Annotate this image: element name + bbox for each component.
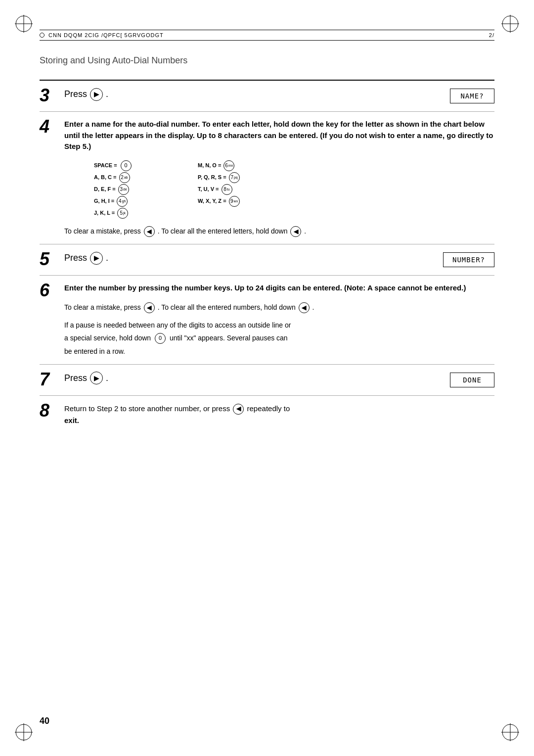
step6-pause1: If a pause is needed between any of the … bbox=[64, 320, 494, 331]
right-arrow-icon: ▶ bbox=[90, 88, 103, 101]
chart-abc: A, B, C = 2ab bbox=[94, 172, 193, 183]
left-arrow-icon-6a: ◀ bbox=[144, 302, 155, 313]
key-2: 2ab bbox=[119, 172, 130, 183]
step4-content: Enter a name for the auto-dial number. T… bbox=[64, 119, 494, 237]
step8-text3: exit. bbox=[64, 416, 79, 425]
chart-empty bbox=[198, 208, 297, 219]
step3-content: Press ▶ . bbox=[64, 88, 494, 101]
step6-pause-text3: until "xx" appears. Several pauses can bbox=[170, 334, 288, 342]
step6-section: 6 Enter the number by pressing the numbe… bbox=[40, 275, 494, 364]
step3-press: Press ▶ . bbox=[64, 88, 494, 101]
step5-press-label: Press bbox=[64, 251, 87, 265]
key-6: 6mn bbox=[223, 160, 234, 171]
chart-mno: M, N, O = 6mn bbox=[198, 160, 297, 171]
chart-pqrs: P, Q, R, S = 7pq bbox=[198, 172, 297, 183]
step6-number: 6 bbox=[40, 281, 64, 299]
header-text: CNN DQQM 2CIG /QPFC[ 5GRVGODGT bbox=[48, 32, 164, 38]
step7-row: 7 Press ▶ . DONE bbox=[40, 364, 494, 395]
left-arrow-icon-4b: ◀ bbox=[290, 226, 301, 237]
reg-mark-br bbox=[501, 723, 519, 741]
step6-pause4: be entered in a row. bbox=[64, 346, 494, 357]
header-bar: CNN DQQM 2CIG /QPFC[ 5GRVGODGT 2/ bbox=[40, 30, 494, 41]
step8-text2: repeatedly to bbox=[247, 404, 290, 413]
step4-clear: To clear a mistake, press ◀ . To clear a… bbox=[64, 226, 494, 237]
step4-bold-text: Enter a name for the auto-dial number. T… bbox=[64, 119, 494, 152]
key-3: 3de bbox=[118, 184, 129, 195]
step7-press-label: Press bbox=[64, 372, 87, 385]
reg-mark-tl bbox=[15, 15, 33, 33]
step5-number: 5 bbox=[40, 249, 64, 268]
step8-text1: Return to Step 2 to store another number… bbox=[64, 404, 230, 413]
step5-display: NUMBER? bbox=[443, 252, 494, 267]
header-dot bbox=[40, 33, 44, 38]
step6-row: 6 Enter the number by pressing the numbe… bbox=[40, 283, 494, 357]
char-chart: SPACE = 0 M, N, O = 6mn A, B, C = 2ab bbox=[94, 160, 494, 219]
key-0-pause: 0 bbox=[155, 333, 166, 344]
key-0: 0 bbox=[121, 160, 132, 171]
step4-clear-text1: To clear a mistake, press bbox=[64, 227, 141, 235]
key-8: 8tu bbox=[222, 184, 232, 195]
left-arrow-icon-6b: ◀ bbox=[299, 302, 310, 313]
step7-content: Press ▶ . bbox=[64, 372, 494, 385]
step4-clear-text3: . bbox=[304, 227, 306, 235]
step6-clear: To clear a mistake, press ◀ . To clear a… bbox=[64, 302, 494, 314]
header-left: CNN DQQM 2CIG /QPFC[ 5GRVGODGT bbox=[40, 32, 164, 38]
step3-number: 3 bbox=[40, 86, 64, 104]
key-9: 9wx bbox=[229, 196, 240, 207]
chart-wxyz: W, X, Y, Z = 9wx bbox=[198, 196, 297, 207]
header-page: 2/ bbox=[489, 32, 494, 38]
step4-section: 4 Enter a name for the auto-dial number.… bbox=[40, 111, 494, 244]
step6-pause-text2: a special service, hold down bbox=[64, 334, 151, 342]
step4-clear-text2: . To clear all the entered letters, hold… bbox=[158, 227, 288, 235]
right-arrow-icon-5: ▶ bbox=[90, 252, 103, 265]
step3-press-label: Press bbox=[64, 88, 87, 101]
step8-content: Return to Step 2 to store another number… bbox=[64, 403, 494, 426]
chart-ghi: G, H, I = 4gh bbox=[94, 196, 193, 207]
left-arrow-icon-8: ◀ bbox=[233, 404, 244, 415]
step6-clear-text2: . To clear all the entered numbers, hold… bbox=[158, 303, 296, 311]
page-number: 40 bbox=[40, 716, 49, 726]
chart-jkl: J, K, L = 5jk bbox=[94, 208, 193, 219]
key-4: 4gh bbox=[117, 196, 128, 207]
chart-space: SPACE = 0 bbox=[94, 160, 193, 171]
step6-clear-text1: To clear a mistake, press bbox=[64, 303, 141, 311]
main-content: 3 Press ▶ . NAME? 4 Enter a name for the… bbox=[40, 80, 494, 433]
key-5: 5jk bbox=[117, 208, 128, 219]
reg-mark-bl bbox=[15, 723, 33, 741]
right-arrow-icon-7: ▶ bbox=[90, 372, 103, 384]
step5-content: Press ▶ . bbox=[64, 251, 494, 265]
step8-number: 8 bbox=[40, 401, 64, 420]
step4-number: 4 bbox=[40, 117, 64, 136]
key-7: 7pq bbox=[229, 172, 240, 183]
step7-number: 7 bbox=[40, 370, 64, 388]
step6-bold: Enter the number by pressing the number … bbox=[64, 283, 494, 294]
reg-mark-tr bbox=[501, 15, 519, 33]
step7-display: DONE bbox=[450, 373, 494, 387]
page-subtitle: Storing and Using Auto-Dial Numbers bbox=[40, 55, 494, 66]
step6-content: Enter the number by pressing the number … bbox=[64, 283, 494, 357]
step4-row: 4 Enter a name for the auto-dial number.… bbox=[40, 119, 494, 237]
page: CNN DQQM 2CIG /QPFC[ 5GRVGODGT 2/ Storin… bbox=[0, 0, 534, 756]
left-arrow-icon-4a: ◀ bbox=[144, 226, 155, 237]
step3-display: NAME? bbox=[450, 89, 494, 103]
step6-clear-text3: . bbox=[312, 303, 314, 311]
step3-row: 3 Press ▶ . NAME? bbox=[40, 81, 494, 111]
step8-row: 8 Return to Step 2 to store another numb… bbox=[40, 395, 494, 433]
chart-tuv: T, U, V = 8tu bbox=[198, 184, 297, 195]
step7-press: Press ▶ . bbox=[64, 372, 494, 385]
step6-pause2: a special service, hold down 0 until "xx… bbox=[64, 332, 494, 344]
chart-def: D, E, F = 3de bbox=[94, 184, 193, 195]
step5-row: 5 Press ▶ . NUMBER? bbox=[40, 244, 494, 275]
step5-press: Press ▶ . bbox=[64, 251, 494, 265]
